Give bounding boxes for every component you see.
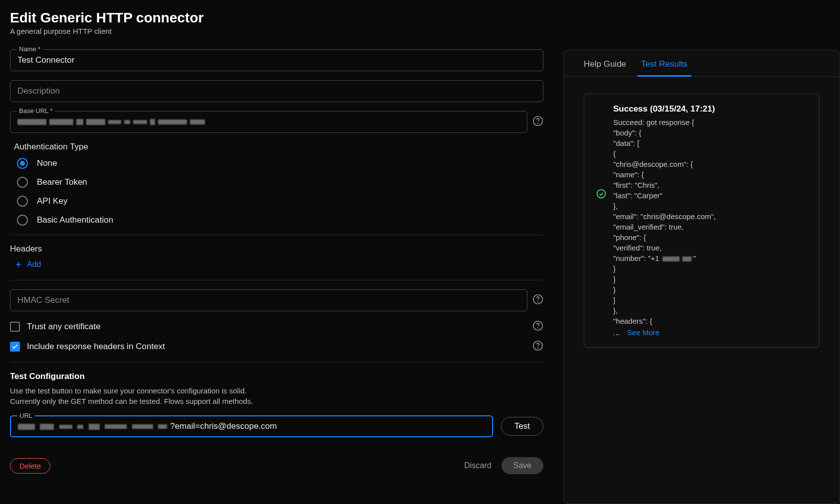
auth-radio-api-key[interactable]: API Key bbox=[17, 196, 543, 207]
result-title: Success (03/15/24, 17:21) bbox=[613, 104, 807, 114]
radio-icon bbox=[17, 177, 28, 188]
divider bbox=[10, 280, 543, 280]
test-config-heading: Test Configuration bbox=[10, 372, 543, 381]
radio-label: API Key bbox=[37, 196, 67, 206]
trust-checkbox[interactable] bbox=[10, 322, 20, 332]
radio-icon bbox=[17, 158, 28, 169]
radio-label: Basic Authentication bbox=[37, 215, 113, 225]
url-label: URL bbox=[17, 412, 35, 419]
radio-icon bbox=[17, 196, 28, 207]
auth-section-label: Authentication Type bbox=[14, 142, 543, 152]
name-input[interactable] bbox=[10, 50, 543, 71]
radio-icon bbox=[17, 215, 28, 226]
save-button[interactable]: Save bbox=[502, 457, 543, 474]
svg-point-1 bbox=[538, 123, 538, 124]
add-label: Add bbox=[27, 260, 41, 269]
auth-radio-basic[interactable]: Basic Authentication bbox=[17, 215, 543, 226]
headers-title: Headers bbox=[10, 244, 543, 254]
result-ellipsis: ... bbox=[613, 328, 620, 337]
add-header-button[interactable]: Add bbox=[10, 258, 45, 271]
test-config-help: Use the test button to make sure your co… bbox=[10, 385, 543, 406]
auth-radio-bearer[interactable]: Bearer Token bbox=[17, 177, 543, 188]
base-url-redacted bbox=[10, 119, 215, 125]
name-label: Name * bbox=[16, 45, 43, 53]
delete-button[interactable]: Delete bbox=[10, 458, 50, 474]
url-field-wrap[interactable]: URL ?email=chris@descope.com bbox=[10, 415, 493, 437]
include-headers-label: Include response headers in Context bbox=[27, 342, 532, 352]
radio-label: Bearer Token bbox=[37, 177, 87, 187]
test-button[interactable]: Test bbox=[501, 417, 543, 436]
tab-help-guide[interactable]: Help Guide bbox=[584, 59, 626, 76]
help-icon[interactable] bbox=[532, 116, 543, 128]
svg-point-10 bbox=[597, 190, 606, 198]
description-input[interactable] bbox=[10, 81, 543, 102]
page-title: Edit Generic HTTP connector bbox=[10, 10, 543, 26]
url-suffix: ?email=chris@descope.com bbox=[170, 421, 277, 431]
base-url-field-wrap[interactable]: Base URL * bbox=[10, 111, 527, 133]
success-icon bbox=[596, 189, 606, 337]
help-icon[interactable] bbox=[532, 294, 543, 307]
tab-test-results[interactable]: Test Results bbox=[641, 59, 687, 76]
see-more-link[interactable]: See More bbox=[627, 328, 660, 337]
svg-point-9 bbox=[538, 348, 538, 348]
hmac-field-wrap[interactable]: HMAC Secret bbox=[10, 289, 527, 311]
trust-label: Trust any certificate bbox=[27, 322, 532, 332]
hmac-input[interactable] bbox=[10, 290, 527, 311]
help-icon[interactable] bbox=[532, 320, 543, 333]
page-subtitle: A general purpose HTTP client bbox=[10, 27, 543, 35]
divider bbox=[10, 235, 543, 235]
check-icon bbox=[11, 343, 18, 350]
discard-button[interactable]: Discard bbox=[464, 461, 491, 470]
plus-icon bbox=[14, 260, 23, 269]
result-card: Success (03/15/24, 17:21) Succeed: got r… bbox=[584, 94, 820, 348]
base-url-label: Base URL * bbox=[16, 107, 55, 115]
description-field-wrap[interactable]: Description bbox=[10, 80, 543, 102]
name-field-wrap[interactable]: Name * bbox=[10, 49, 543, 71]
radio-label: None bbox=[37, 158, 57, 168]
svg-point-7 bbox=[538, 328, 538, 328]
include-headers-checkbox[interactable] bbox=[10, 342, 20, 352]
result-text: Succeed: got response {"body": {"data": … bbox=[613, 117, 807, 326]
divider bbox=[10, 362, 543, 363]
svg-point-5 bbox=[538, 301, 538, 302]
url-redacted bbox=[18, 422, 170, 431]
auth-radio-none[interactable]: None bbox=[17, 158, 543, 169]
help-icon[interactable] bbox=[532, 340, 543, 353]
